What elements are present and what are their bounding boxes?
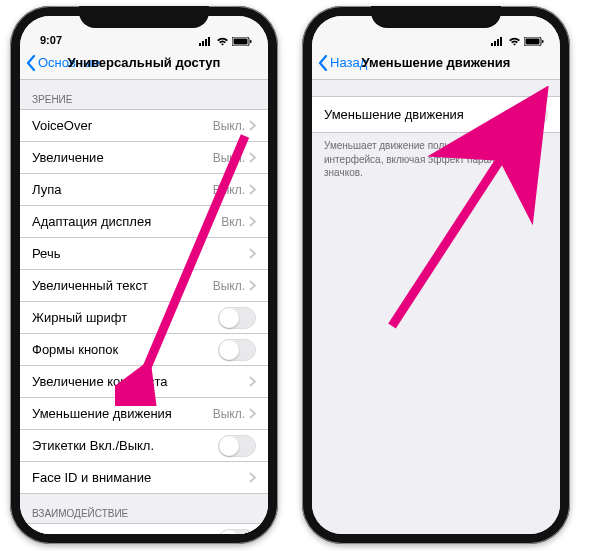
cell-label: Этикетки Вкл./Выкл. <box>32 438 154 453</box>
svg-rect-10 <box>497 39 499 46</box>
wifi-icon <box>508 37 521 46</box>
nav-title: Уменьшение движения <box>362 55 511 70</box>
chevron-left-icon <box>26 55 36 71</box>
screen-right: Назад Уменьшение движения Уменьшение дви… <box>312 16 560 534</box>
nav-bar: Основные Универсальный доступ <box>20 46 268 80</box>
svg-rect-11 <box>500 37 502 46</box>
chevron-right-icon <box>249 472 256 483</box>
cell-label: Увеличенный текст <box>32 278 148 293</box>
cell-speech[interactable]: Речь <box>20 238 268 270</box>
cell-zoom[interactable]: УвеличениеВыкл. <box>20 142 268 174</box>
status-icons <box>491 37 544 46</box>
notch <box>371 6 501 28</box>
cell-value: Выкл. <box>213 183 245 197</box>
cell-reduce-motion[interactable]: Уменьшение движенияВыкл. <box>20 398 268 430</box>
screen-left: 9:07 Основные Универсальный доступ ЗРЕНИ… <box>20 16 268 534</box>
toggle-reduce-motion[interactable] <box>510 104 548 126</box>
cell-magnifier[interactable]: ЛупаВыкл. <box>20 174 268 206</box>
cell-label: Лупа <box>32 182 61 197</box>
notch <box>79 6 209 28</box>
cell-label: Удобный доступ <box>32 532 130 534</box>
chevron-right-icon <box>249 376 256 387</box>
chevron-left-icon <box>318 55 328 71</box>
svg-rect-3 <box>208 37 210 46</box>
phone-right: Назад Уменьшение движения Уменьшение дви… <box>302 6 570 544</box>
cell-larger-text[interactable]: Увеличенный текстВыкл. <box>20 270 268 302</box>
cell-label: Уменьшение движения <box>32 406 172 421</box>
nav-title: Универсальный доступ <box>68 55 221 70</box>
cell-reduce-motion-toggle[interactable]: Уменьшение движения <box>312 97 560 133</box>
cell-value: Выкл. <box>213 119 245 133</box>
cell-increase-contrast[interactable]: Увеличение контраста <box>20 366 268 398</box>
cell-on-off-labels[interactable]: Этикетки Вкл./Выкл. <box>20 430 268 462</box>
svg-rect-2 <box>205 39 207 46</box>
cell-button-shapes[interactable]: Формы кнопок <box>20 334 268 366</box>
cell-label: VoiceOver <box>32 118 92 133</box>
cell-value: Выкл. <box>213 407 245 421</box>
cell-value: Выкл. <box>213 279 245 293</box>
cell-voiceover[interactable]: VoiceOverВыкл. <box>20 110 268 142</box>
cells-interaction: Удобный доступ <box>20 523 268 534</box>
chevron-right-icon <box>249 120 256 131</box>
cell-faceid-attention[interactable]: Face ID и внимание <box>20 462 268 494</box>
cell-label: Формы кнопок <box>32 342 118 357</box>
cell-display-accom[interactable]: Адаптация дисплеяВкл. <box>20 206 268 238</box>
svg-rect-13 <box>526 39 540 45</box>
battery-icon <box>232 37 252 46</box>
cell-label: Жирный шрифт <box>32 310 127 325</box>
chevron-right-icon <box>249 216 256 227</box>
cell-label: Увеличение <box>32 150 104 165</box>
cell-reachability[interactable]: Удобный доступ <box>20 524 268 534</box>
cells-vision: VoiceOverВыкл. УвеличениеВыкл. ЛупаВыкл.… <box>20 109 268 494</box>
section-header-vision: ЗРЕНИЕ <box>20 80 268 109</box>
back-button[interactable]: Назад <box>318 55 367 71</box>
toggle-reachability[interactable] <box>218 529 256 535</box>
section-header-interaction: ВЗАИМОДЕЙСТВИЕ <box>20 494 268 523</box>
cell-bold-text[interactable]: Жирный шрифт <box>20 302 268 334</box>
svg-rect-6 <box>250 40 252 43</box>
chevron-right-icon <box>249 280 256 291</box>
chevron-right-icon <box>249 184 256 195</box>
status-icons <box>199 37 252 46</box>
cell-label: Уменьшение движения <box>324 107 464 122</box>
toggle-button-shapes[interactable] <box>218 339 256 361</box>
wifi-icon <box>216 37 229 46</box>
toggle-bold-text[interactable] <box>218 307 256 329</box>
chevron-right-icon <box>249 152 256 163</box>
signal-icon <box>491 37 505 46</box>
cell-value: Выкл. <box>213 151 245 165</box>
footer-description: Уменьшает движение пользовательского инт… <box>312 133 560 186</box>
content-left[interactable]: ЗРЕНИЕ VoiceOverВыкл. УвеличениеВыкл. Лу… <box>20 80 268 534</box>
phone-left: 9:07 Основные Универсальный доступ ЗРЕНИ… <box>10 6 278 544</box>
svg-rect-14 <box>542 40 544 43</box>
nav-bar: Назад Уменьшение движения <box>312 46 560 80</box>
signal-icon <box>199 37 213 46</box>
battery-icon <box>524 37 544 46</box>
cell-label: Face ID и внимание <box>32 470 151 485</box>
cell-label: Речь <box>32 246 60 261</box>
chevron-right-icon <box>249 408 256 419</box>
cell-label: Адаптация дисплея <box>32 214 151 229</box>
toggle-on-off-labels[interactable] <box>218 435 256 457</box>
status-time: 9:07 <box>40 34 62 46</box>
cell-label: Увеличение контраста <box>32 374 167 389</box>
chevron-right-icon <box>249 248 256 259</box>
cell-value: Вкл. <box>221 215 245 229</box>
svg-rect-5 <box>234 39 248 45</box>
content-right[interactable]: Уменьшение движения Уменьшает движение п… <box>312 80 560 534</box>
cells-reduce-motion: Уменьшение движения <box>312 96 560 133</box>
